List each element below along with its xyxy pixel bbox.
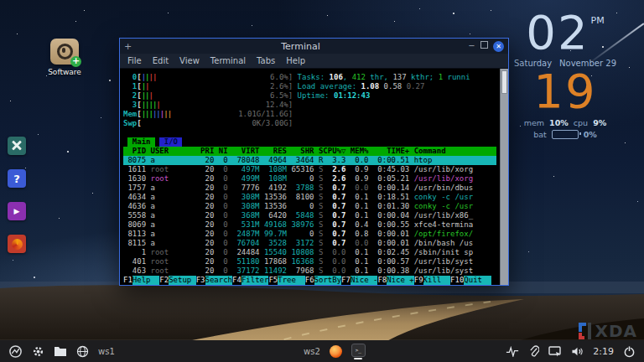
htop-process-row[interactable]: 8115a2007670435283172S0.70.00:00.01/bin/…: [123, 239, 496, 248]
htop-meter-1: 1[||2.6%]: [123, 82, 293, 91]
window-title: Terminal: [136, 41, 465, 52]
htop-process-row[interactable]: 4636a200308M135360S0.70.10:01.30conky -c…: [123, 202, 496, 211]
htop-process-row[interactable]: 401root200511801786816368S0.00.10:00.57/…: [123, 257, 496, 266]
firefox-taskbar-icon[interactable]: [330, 345, 342, 358]
menu-terminal[interactable]: Terminal: [210, 56, 246, 65]
htop-fkey-f3[interactable]: F3Search: [196, 276, 232, 285]
menu-file[interactable]: File: [127, 56, 142, 65]
htop-process-row[interactable]: 1630root200499M108M0S2.60.90:05.21/usr/l…: [123, 174, 496, 184]
taskbar-clock[interactable]: 2:19: [593, 346, 614, 357]
desktop-side-icons: ? ▶: [8, 137, 26, 253]
htop-fkey-f10[interactable]: F10Quit: [450, 276, 491, 285]
htop-fkey-f9[interactable]: F9Kill: [414, 276, 450, 285]
htop-tab-main[interactable]: Main: [127, 137, 155, 147]
htop-process-list: 8075a2007804849643464R3.30.00:00.51htop1…: [123, 156, 496, 276]
new-tab-icon[interactable]: +: [124, 41, 136, 52]
htop-process-row[interactable]: 5558a200368M64205848S0.70.10:00.04/usr/l…: [123, 211, 496, 220]
bat-value: 0%: [584, 130, 597, 139]
bat-label: bat: [533, 130, 547, 139]
htop-col-ni[interactable]: NI: [214, 147, 227, 156]
htop-info: Tasks: 106, 412 thr, 137 kthr; 1 runniLo…: [293, 73, 496, 128]
htop-col-virt[interactable]: VIRT: [228, 147, 260, 156]
htop-col-mem[interactable]: MEM%: [345, 147, 368, 156]
htop-meter-0: 0[||||6.0%]: [123, 73, 293, 82]
terminal-scrollbar[interactable]: [500, 69, 508, 285]
xda-watermark: XDA: [579, 323, 638, 339]
htop-process-row[interactable]: 4634a200308M135368100S0.70.10:18.51conky…: [123, 193, 496, 202]
stars: [0, 0, 2, 2]
terminal-taskbar-item[interactable]: >_: [351, 344, 366, 359]
power-icon[interactable]: [623, 345, 636, 358]
taskbar: ws1 ws2 >_ 2:19: [0, 340, 644, 362]
htop-process-row[interactable]: 1611root200497M108M65316S2.60.90:45.03/u…: [123, 165, 496, 174]
paperclip-icon[interactable]: [528, 345, 539, 357]
gear-icon[interactable]: [32, 345, 44, 358]
htop-fkey-bar: F1HelpF2SetupF3SearchF4FilterF5TreeF6Sor…: [123, 276, 496, 285]
htop-tab-i/o[interactable]: I/O: [159, 137, 182, 147]
htop-col-cmd[interactable]: Command: [409, 147, 496, 156]
htop-fkey-f8[interactable]: F8Nice +: [377, 276, 413, 285]
htop-col-user[interactable]: USER: [146, 147, 196, 156]
globe-icon[interactable]: [76, 345, 89, 358]
htop-fkey-f6[interactable]: F6SortBy: [305, 276, 341, 285]
close-button[interactable]: ✕: [493, 41, 504, 52]
htop-meter-2: 2[|||6.5%]: [123, 91, 293, 101]
firefox-swirl-icon[interactable]: [8, 235, 26, 253]
htop-col-shr[interactable]: SHR: [287, 147, 314, 156]
minimize-button[interactable]: −: [465, 40, 478, 52]
htop-col-pri[interactable]: PRI: [196, 147, 215, 156]
maximize-button[interactable]: [478, 40, 491, 52]
menu-bar: FileEditViewTerminalTabsHelp: [120, 54, 508, 69]
menu-tabs[interactable]: Tabs: [257, 56, 275, 65]
workspace-1-label[interactable]: ws1: [98, 347, 115, 356]
clock-minute: 19: [506, 68, 624, 115]
clock-ampm: PM: [591, 15, 605, 26]
htop-col-cpu[interactable]: CPU%▽: [323, 147, 345, 156]
mem-value: 10%: [549, 118, 569, 127]
activity-icon[interactable]: [506, 346, 519, 357]
cpu-value: 9%: [593, 118, 606, 127]
htop-fkey-f7[interactable]: F7Nice -: [341, 276, 377, 285]
window-titlebar[interactable]: + Terminal − ✕: [120, 39, 508, 54]
app-menu-icon[interactable]: [8, 344, 23, 359]
htop-tabs: MainI/O: [123, 137, 496, 147]
terminal-window: + Terminal − ✕ FileEditViewTerminalTabsH…: [119, 38, 509, 286]
display-icon[interactable]: [548, 346, 562, 357]
htop-header-row[interactable]: PIDUSERPRINIVIRTRESSHRSCPU%▽MEM%TIME+Com…: [123, 147, 496, 156]
help-icon[interactable]: ?: [8, 169, 26, 188]
htop-col-s[interactable]: S: [314, 147, 324, 156]
htop-process-row[interactable]: 463root20037172114927968S0.00.10:00.38/u…: [123, 266, 496, 276]
clock-hour: 02: [526, 8, 589, 57]
htop-process-row[interactable]: 8113a2002487M99.7M0S0.70.80:00.01/opt/fi…: [123, 230, 496, 239]
clock-widget: 02PM Saturday November 29 19 mem 10% cpu…: [506, 8, 624, 139]
htop-fkey-f1[interactable]: F1Help: [123, 276, 159, 285]
terminal-content[interactable]: 0[||||6.0%]1[||2.6%]2[|||6.5%]3[|||||12.…: [120, 69, 508, 285]
htop-info-line: Load average: 1.08 0.58 0.27: [298, 82, 496, 91]
htop-col-time[interactable]: TIME+: [368, 147, 409, 156]
speaker-icon[interactable]: [571, 346, 584, 357]
menu-view[interactable]: View: [179, 56, 200, 65]
htop-meter-3: 3[|||||12.4%]: [123, 101, 293, 110]
htop-process-row[interactable]: 8069a200531M4916838976S0.70.40:00.55xfce…: [123, 220, 496, 230]
xda-bracket-icon: [579, 323, 591, 339]
xda-text: XDA: [595, 323, 638, 339]
htop-fkey-f2[interactable]: F2Setup: [159, 276, 195, 285]
desktop-icon-software[interactable]: + Software: [44, 39, 86, 76]
htop-col-res[interactable]: RES: [260, 147, 288, 156]
mem-label: mem: [524, 118, 544, 127]
htop-process-row[interactable]: 8075a2007804849643464R3.30.00:00.51htop: [123, 156, 496, 165]
terminal-taskbar-icon[interactable]: >_: [351, 344, 366, 357]
media-player-icon[interactable]: ▶: [8, 202, 26, 220]
htop-process-row[interactable]: 1root200244841554010808S0.00.10:02.45/sb…: [123, 248, 496, 257]
tools-icon[interactable]: [8, 137, 26, 155]
htop-fkey-f4[interactable]: F4Filter: [232, 276, 268, 285]
menu-edit[interactable]: Edit: [153, 56, 169, 65]
plus-badge-icon: +: [70, 56, 81, 67]
folder-icon[interactable]: [54, 345, 67, 357]
htop-process-row[interactable]: 1757a200777641923788S0.70.00:00.14/usr/b…: [123, 184, 496, 193]
htop-fkey-f5[interactable]: F5Tree: [268, 276, 304, 285]
workspace-2-label[interactable]: ws2: [304, 347, 320, 356]
scrollbar-thumb[interactable]: [501, 70, 507, 94]
htop-col-pid[interactable]: PID: [123, 147, 146, 156]
menu-help[interactable]: Help: [286, 56, 305, 65]
